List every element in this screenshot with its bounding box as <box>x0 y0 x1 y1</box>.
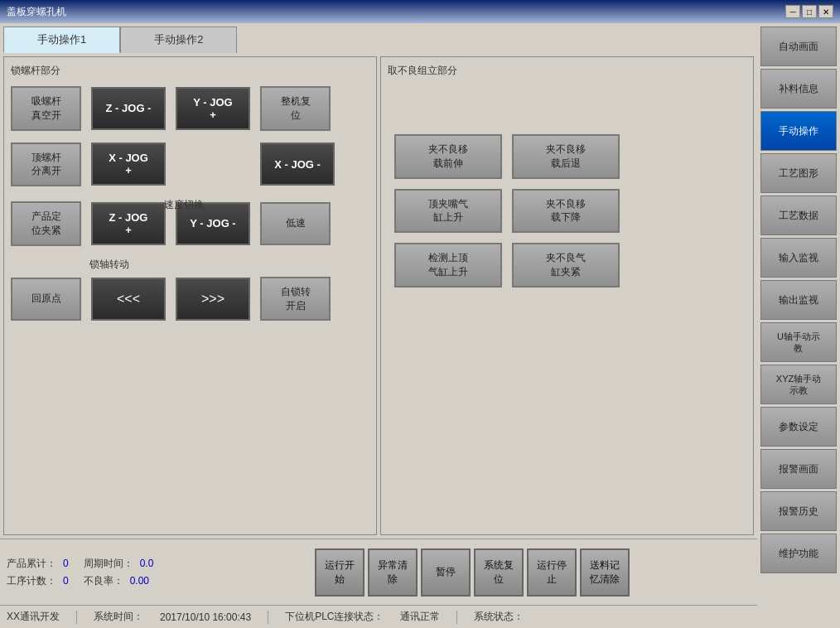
arrow-left-button[interactable]: <<< <box>91 278 166 321</box>
home-button[interactable]: 回原点 <box>11 278 81 321</box>
z-jog-plus-button[interactable]: Z - JOG + <box>91 202 166 245</box>
spindle-rotation-label: 锁轴转动 <box>89 258 129 270</box>
run-stop-button[interactable]: 运行停 止 <box>527 548 577 597</box>
reset-button[interactable]: 整机复 位 <box>260 86 331 131</box>
control-buttons: 运行开 始 异常清 除 暂停 系统复 位 运行停 止 送料记 忆清除 <box>194 548 751 597</box>
system-reset-button[interactable]: 系统复 位 <box>474 548 524 597</box>
product-count-row: 产品累计： 0 周期时间： 0.0 <box>7 557 189 571</box>
low-speed-button[interactable]: 低速 <box>260 202 331 245</box>
product-count-value: 0 <box>63 558 69 569</box>
feed-clear-button[interactable]: 送料记 忆清除 <box>580 548 630 597</box>
right-panel: 取不良组立部分 夹不良移 载前伸 夹不良移 载后退 顶夹嘴气 缸上升 夹不良移 … <box>380 56 754 535</box>
sidebar-alarm-screen[interactable]: 报警画面 <box>760 449 837 489</box>
sidebar-xyz-axis[interactable]: XYZ轴手动 示教 <box>760 365 837 404</box>
minimize-button[interactable]: ─ <box>785 5 800 18</box>
z-jog-minus-button[interactable]: Z - JOG - <box>91 87 166 130</box>
top-separate-button[interactable]: 顶螺杆 分离开 <box>11 143 81 187</box>
arrow-right-button[interactable]: >>> <box>176 278 250 321</box>
tab-manual-1[interactable]: 手动操作1 <box>3 27 120 53</box>
plc-value: 通讯正常 <box>400 610 440 624</box>
speed-label: 速度切换 <box>164 198 204 212</box>
status-section: 产品累计： 0 周期时间： 0.0 工序计数： 0 不良率： 0.00 <box>7 557 189 588</box>
title-bar: 盖板穿螺孔机 ─ □ ✕ <box>0 0 840 23</box>
sidebar-param-setting[interactable]: 参数设定 <box>760 407 837 447</box>
sidebar-input-monitor[interactable]: 输入监视 <box>760 238 837 278</box>
clamp-down-button[interactable]: 夹不良移 载下降 <box>512 189 620 234</box>
status-divider-1 <box>76 611 77 624</box>
pause-button[interactable]: 暂停 <box>421 548 471 597</box>
process-count-value: 0 <box>63 575 69 587</box>
process-count-label: 工序计数： <box>7 574 56 588</box>
window-title: 盖板穿螺孔机 <box>7 5 785 19</box>
sys-time-label: 系统时间： <box>94 610 143 624</box>
clamp-forward-button[interactable]: 夹不良移 载前伸 <box>394 134 502 179</box>
clamp-tight-button[interactable]: 夹不良气 缸夹紧 <box>512 243 620 287</box>
product-count-label: 产品累计： <box>7 557 56 571</box>
sys-time-value: 2017/10/10 16:00:43 <box>160 611 251 623</box>
tab-bar: 手动操作1 手动操作2 <box>0 23 757 53</box>
sidebar-auto-screen[interactable]: 自动画面 <box>760 27 837 66</box>
sidebar-supplement[interactable]: 补料信息 <box>760 69 837 109</box>
defect-rate-value: 0.00 <box>130 575 149 587</box>
clear-error-button[interactable]: 异常清 除 <box>368 548 418 597</box>
sidebar-process-data[interactable]: 工艺数据 <box>760 196 837 235</box>
right-panel-label: 取不良组立部分 <box>388 64 746 78</box>
bottom-bar: 产品累计： 0 周期时间： 0.0 工序计数： 0 不良率： 0.00 运行开 … <box>0 539 757 605</box>
sidebar-manual-op[interactable]: 手动操作 <box>760 111 837 151</box>
run-start-button[interactable]: 运行开 始 <box>315 548 364 597</box>
y-jog-plus-button[interactable]: Y - JOG + <box>176 87 250 130</box>
x-jog-plus-button[interactable]: X - JOG + <box>91 143 166 186</box>
cycle-time-value: 0.0 <box>140 558 154 569</box>
sidebar-output-monitor[interactable]: 输出监视 <box>760 280 837 320</box>
company-name: XX通讯开发 <box>7 610 60 624</box>
work-area: 锁螺杆部分 吸螺杆 真空开 Z - JOG - Y - JOG + 整机复 位 <box>0 53 757 539</box>
sidebar-u-axis[interactable]: U轴手动示 教 <box>760 322 837 362</box>
content-area: 手动操作1 手动操作2 锁螺杆部分 吸螺杆 真空开 Z - JOG - <box>0 23 757 628</box>
vacuum-open-button[interactable]: 吸螺杆 真空开 <box>11 86 81 131</box>
close-button[interactable]: ✕ <box>818 5 833 18</box>
window-controls: ─ □ ✕ <box>785 5 833 18</box>
main-container: 手动操作1 手动操作2 锁螺杆部分 吸螺杆 真空开 Z - JOG - <box>0 23 840 628</box>
process-count-row: 工序计数： 0 不良率： 0.00 <box>7 574 189 588</box>
product-clamp-button[interactable]: 产品定 位夹紧 <box>11 201 81 246</box>
detect-up-button[interactable]: 检测上顶 气缸上升 <box>394 243 502 287</box>
left-panel-label: 锁螺杆部分 <box>11 64 369 78</box>
plc-label: 下位机PLC连接状态： <box>285 610 384 624</box>
x-jog-minus-button[interactable]: X - JOG - <box>260 143 335 186</box>
sidebar-alarm-history[interactable]: 报警历史 <box>760 491 837 531</box>
cycle-time-label: 周期时间： <box>84 557 133 571</box>
system-label: 系统状态： <box>474 610 524 624</box>
clamp-backward-button[interactable]: 夹不良移 载后退 <box>512 134 620 179</box>
defect-rate-label: 不良率： <box>84 574 123 588</box>
top-clamp-up-button[interactable]: 顶夹嘴气 缸上升 <box>394 189 502 234</box>
sidebar-maintenance[interactable]: 维护功能 <box>760 534 837 573</box>
tab-manual-2[interactable]: 手动操作2 <box>120 27 237 53</box>
status-divider-3 <box>456 611 457 624</box>
maximize-button[interactable]: □ <box>802 5 817 18</box>
status-bar: XX通讯开发 系统时间： 2017/10/10 16:00:43 下位机PLC连… <box>0 605 757 628</box>
auto-rotate-button[interactable]: 自锁转 开启 <box>260 277 331 321</box>
status-divider-2 <box>268 611 268 624</box>
right-sidebar: 自动画面 补料信息 手动操作 工艺图形 工艺数据 输入监视 输出监视 U轴手动示… <box>757 23 840 628</box>
left-panel: 锁螺杆部分 吸螺杆 真空开 Z - JOG - Y - JOG + 整机复 位 <box>3 56 377 535</box>
sidebar-process-diagram[interactable]: 工艺图形 <box>760 153 837 193</box>
